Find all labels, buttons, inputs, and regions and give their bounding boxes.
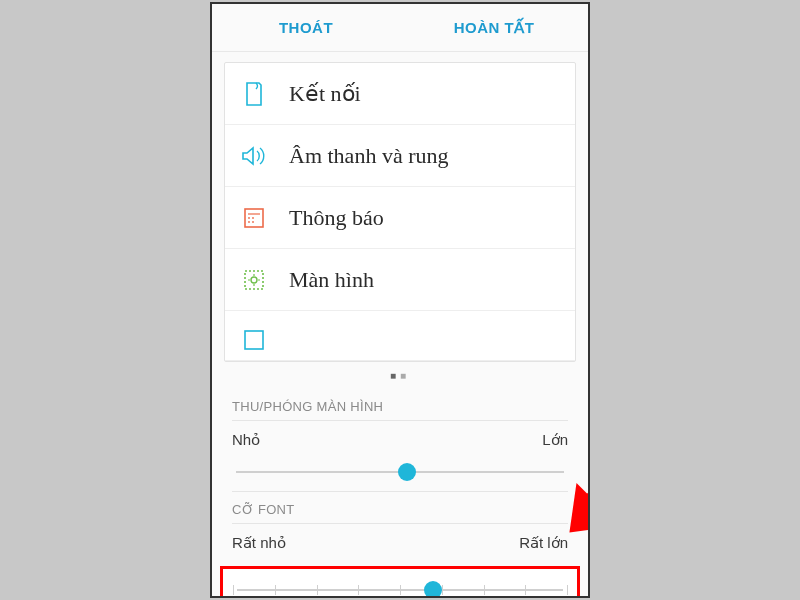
zoom-range-labels: Nhỏ Lớn (232, 431, 568, 449)
connection-icon (239, 79, 269, 109)
settings-row-label: Âm thanh và rung (289, 143, 448, 169)
slider-thumb[interactable] (424, 581, 442, 598)
slider-tick (275, 585, 276, 595)
settings-row-label: Màn hình (289, 267, 374, 293)
font-range-labels: Rất nhỏ Rất lớn (232, 534, 568, 552)
dialog-actions: THOÁT HOÀN TẤT (212, 4, 588, 52)
settings-row-connection[interactable]: Kết nối (225, 63, 575, 125)
page-indicator: ■■ (212, 368, 588, 389)
font-slider[interactable] (233, 575, 567, 598)
zoom-section: THU/PHÓNG MÀN HÌNH Nhỏ Lớn (212, 389, 588, 491)
slider-tick (484, 585, 485, 595)
zoom-min-label: Nhỏ (232, 431, 260, 449)
slider-thumb[interactable] (398, 463, 416, 481)
slider-tick (358, 585, 359, 595)
svg-rect-12 (245, 331, 263, 349)
settings-row-notification[interactable]: Thông báo (225, 187, 575, 249)
svg-point-5 (252, 221, 254, 223)
settings-row-display[interactable]: Màn hình (225, 249, 575, 311)
zoom-max-label: Lớn (542, 431, 568, 449)
svg-point-4 (248, 221, 250, 223)
cancel-button[interactable]: THOÁT (212, 4, 400, 51)
svg-point-7 (251, 277, 257, 283)
slider-tick (400, 585, 401, 595)
done-button[interactable]: HOÀN TẤT (400, 4, 588, 51)
svg-rect-6 (245, 271, 263, 289)
slider-tick (525, 585, 526, 595)
settings-row-sound[interactable]: Âm thanh và rung (225, 125, 575, 187)
svg-rect-0 (245, 209, 263, 227)
slider-tick (317, 585, 318, 595)
display-icon (239, 265, 269, 295)
settings-row-label: Thông báo (289, 205, 384, 231)
slider-tick (442, 585, 443, 595)
settings-preview-card: Kết nối Âm thanh và rung Thông báo Màn h… (224, 62, 576, 362)
sound-icon (239, 141, 269, 171)
zoom-title: THU/PHÓNG MÀN HÌNH (232, 399, 568, 421)
font-section: CỠ FONT Rất nhỏ Rất lớn (212, 491, 588, 566)
slider-tick (233, 585, 234, 595)
svg-point-3 (252, 217, 254, 219)
wallpaper-icon (239, 325, 269, 355)
notification-icon (239, 203, 269, 233)
font-slider-highlight (220, 566, 580, 598)
phone-frame: THOÁT HOÀN TẤT Kết nối Âm thanh và rung … (210, 2, 590, 598)
font-min-label: Rất nhỏ (232, 534, 286, 552)
font-title: CỠ FONT (232, 491, 568, 524)
settings-row-label: Kết nối (289, 81, 361, 107)
zoom-slider[interactable] (232, 457, 568, 485)
slider-tick (567, 585, 568, 595)
settings-row-partial[interactable] (225, 311, 575, 361)
svg-point-2 (248, 217, 250, 219)
font-max-label: Rất lớn (519, 534, 568, 552)
